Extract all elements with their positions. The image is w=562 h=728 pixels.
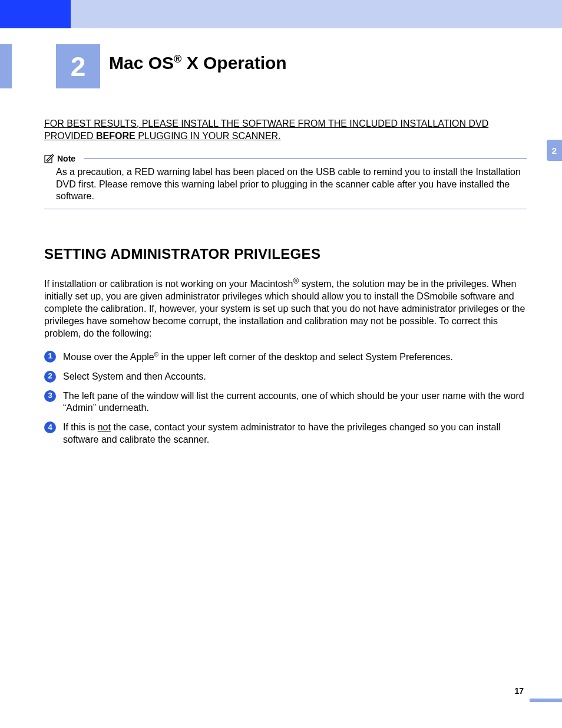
note-label: Note [57,153,75,164]
header-accent-left [0,0,71,28]
registered-icon: ® [293,276,299,285]
chapter-number-badge: 2 [56,44,100,88]
chapter-badge-stub [0,44,12,88]
step-number-badge: 4 [44,421,56,433]
chapter-title-pre: Mac OS [109,53,174,73]
section-intro-pre: If installation or calibration is not wo… [44,279,293,289]
note-rule-top [84,158,527,159]
note-rule-bottom [44,209,527,209]
step-number-badge: 3 [44,390,56,402]
step-text-post: in the upper left corner of the desktop … [158,352,453,362]
page-number-accent [530,699,562,702]
step-text: Mouse over the Apple® in the upper left … [63,351,527,364]
note-pencil-icon [44,154,55,163]
list-item: 2 Select System and then Accounts. [44,371,527,383]
section-intro: If installation or calibration is not wo… [44,276,527,340]
step-text-underline: not [98,422,111,432]
registered-icon: ® [174,53,181,65]
step-text-pre: Mouse over the Apple [63,352,154,362]
step-text: Select System and then Accounts. [63,371,527,383]
list-item: 1 Mouse over the Apple® in the upper lef… [44,351,527,364]
step-number-badge: 1 [44,351,56,363]
warning-bold: BEFORE [96,131,135,141]
list-item: 3 The left pane of the window will list … [44,390,527,415]
section-heading: SETTING ADMINISTRATOR PRIVILEGES [44,245,527,263]
step-text-post: the case, contact your system administra… [63,422,501,444]
list-item: 4 If this is not the case, contact your … [44,421,527,446]
step-list: 1 Mouse over the Apple® in the upper lef… [44,351,527,446]
step-text-pre: If this is [63,422,98,432]
step-text: If this is not the case, contact your sy… [63,421,527,446]
page-number: 17 [514,686,524,696]
install-warning: FOR BEST RESULTS, PLEASE INSTALL THE SOF… [44,118,527,143]
chapter-title-post: X Operation [181,53,286,73]
side-tab: 2 [547,140,562,161]
note-header: Note [44,153,527,164]
note-body: As a precaution, a RED warning label has… [44,164,527,203]
chapter-title: Mac OS® X Operation [109,53,287,73]
warning-post: PLUGGING IN YOUR SCANNER. [135,131,281,141]
note-block: Note As a precaution, a RED warning labe… [44,153,527,210]
header-accent-right [71,0,562,28]
step-number-badge: 2 [44,371,56,383]
step-text: The left pane of the window will list th… [63,390,527,415]
page-content: FOR BEST RESULTS, PLEASE INSTALL THE SOF… [44,118,527,453]
